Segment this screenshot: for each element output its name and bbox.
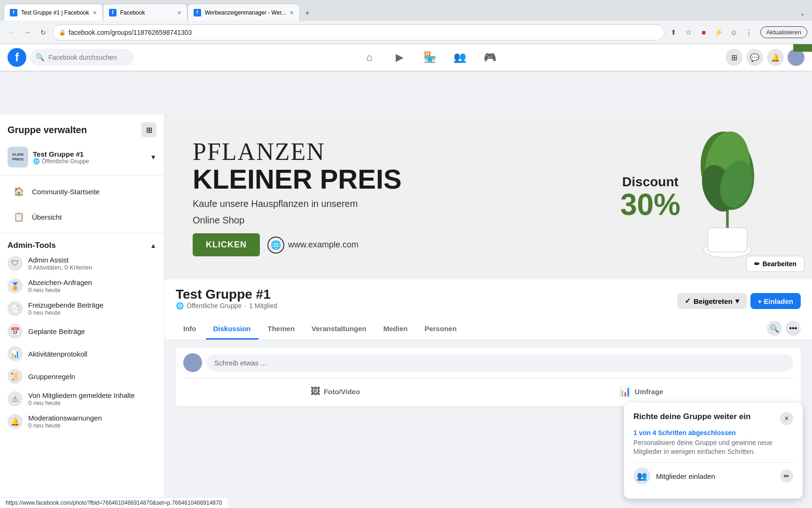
cover-desc-2: Online Shop <box>193 215 601 226</box>
profile-icon[interactable]: ☺ <box>727 26 741 39</box>
nav-home[interactable]: ⌂ <box>356 46 383 69</box>
tab-1[interactable]: f Test Gruppe #1 | Facebook × <box>4 4 103 21</box>
nav-marketplace[interactable]: 🏪 <box>416 46 443 69</box>
tab-close-2[interactable]: × <box>178 9 181 16</box>
extension-red-icon[interactable]: ■ <box>697 26 710 39</box>
sidebar-aktivitaet[interactable]: 📊 Aktivitätenprotokoll <box>0 342 164 365</box>
group-title-actions: ✓ Beigetreten ▾ + Einladen <box>677 293 801 309</box>
umfrage-label: Umfrage <box>635 388 664 396</box>
cover-image: PFLANZEN KLEINER PREIS Kaufe unsere Haus… <box>164 115 812 279</box>
abzeichen-count: 0 neu heute <box>28 286 156 294</box>
facebook-logo[interactable]: f <box>8 48 26 67</box>
moderations-info: Moderationswarnungen 0 neu heute <box>28 414 156 429</box>
grid-icon[interactable]: ⊞ <box>726 49 742 66</box>
aktivitaet-icon: 📊 <box>8 346 23 361</box>
more-tab-icon[interactable]: ••• <box>786 321 801 336</box>
nav-gaming[interactable]: 🎮 <box>476 46 503 69</box>
sidebar-abzeichen[interactable]: 🏅 Abzeichen-Anfragen 0 neu heute <box>0 275 164 297</box>
extensions-icon[interactable]: ⚡ <box>712 26 726 39</box>
admin-tools-toggle[interactable]: ▲ <box>150 242 156 249</box>
menu-icon[interactable]: ⋮ <box>742 26 756 39</box>
notifications-icon[interactable]: 🔔 <box>767 49 784 66</box>
beigetreten-label: Beigetreten <box>694 297 733 305</box>
status-bar: https://www.facebook.com/photo?fbid=7664… <box>0 497 227 508</box>
nav-groups[interactable]: 👥 <box>446 46 473 69</box>
sidebar-admin-icon[interactable]: ⊞ <box>141 122 156 137</box>
cover-text-area: PFLANZEN KLEINER PREIS Kaufe unsere Haus… <box>193 138 601 256</box>
abzeichen-label: Abzeichen-Anfragen <box>28 278 156 286</box>
setup-panel: Richte deine Gruppe weiter ein × 1 von 4… <box>624 403 803 499</box>
tab-info[interactable]: Info <box>176 319 204 340</box>
sidebar-dropdown-chevron[interactable]: ▼ <box>150 153 156 161</box>
admin-assist-icon: 🛡 <box>8 256 23 271</box>
setup-close-button[interactable]: × <box>780 412 793 425</box>
sidebar-gruppenregeln[interactable]: 📜 Gruppenregeln <box>0 365 164 388</box>
browser-toolbar: ← → ↻ 🔒 ⬆ ☆ ■ ⚡ ☺ ⋮ Aktualisieren <box>0 21 812 44</box>
globe-group-icon: 🌐 <box>176 302 184 310</box>
tab-3[interactable]: f Werbeanzeigenmanager - Wer... × <box>187 4 300 21</box>
gemeldete-icon: ⚠ <box>8 391 23 406</box>
sidebar-geplante[interactable]: 📅 Geplante Beiträge <box>0 320 164 342</box>
sidebar-nav-community[interactable]: 🏠 Community-Startseite <box>4 179 160 204</box>
tab-diskussion[interactable]: Diskussion <box>206 319 258 340</box>
tab-medien[interactable]: Medien <box>376 319 415 340</box>
toolbar-icons: ⬆ ☆ ■ ⚡ ☺ ⋮ <box>667 26 756 39</box>
search-input[interactable] <box>48 54 128 61</box>
sidebar-group-item[interactable]: KLEINPREIS Test Gruppe #1 🌐 Öffentliche … <box>0 143 164 171</box>
reload-button[interactable]: ↻ <box>37 26 50 39</box>
messenger-icon[interactable]: 💬 <box>746 49 763 66</box>
freigabe-info: Freizugebende Beiträge 0 neu heute <box>28 301 156 316</box>
address-bar[interactable]: 🔒 <box>53 24 664 40</box>
cover-btn-row: KLICKEN 🌐 www.example.com <box>193 233 601 256</box>
umfrage-button[interactable]: 📊 Umfrage <box>489 382 793 401</box>
umfrage-icon: 📊 <box>619 386 631 397</box>
tab-personen[interactable]: Personen <box>417 319 464 340</box>
tab-themen[interactable]: Themen <box>260 319 303 340</box>
browser-chrome: f Test Gruppe #1 | Facebook × f Facebook… <box>0 0 812 44</box>
klicken-button[interactable]: KLICKEN <box>193 233 260 256</box>
tab-2[interactable]: f Facebook × <box>103 4 187 21</box>
group-type: Öffentliche Gruppe <box>187 302 242 310</box>
tab-title-3: Werbeanzeigenmanager - Wer... <box>205 9 286 16</box>
share-icon[interactable]: ⬆ <box>667 26 680 39</box>
sidebar-admin-assist[interactable]: 🛡 Admin Assist 0 Aktivitäten, 0 Kriterie… <box>0 252 164 275</box>
einladen-button[interactable]: + Einladen <box>750 293 801 309</box>
address-input[interactable] <box>69 29 658 36</box>
sidebar-nav-overview[interactable]: 📋 Übersicht <box>4 205 160 229</box>
setup-members-icon: 👥 <box>633 468 650 484</box>
bookmark-icon[interactable]: ☆ <box>682 26 695 39</box>
sidebar-group-name: Test Gruppe #1 <box>33 150 145 158</box>
beigetreten-button[interactable]: ✓ Beigetreten ▾ <box>677 293 747 309</box>
search-bar[interactable]: 🔍 <box>30 49 133 66</box>
tab-close-3[interactable]: × <box>290 9 294 16</box>
nav-video[interactable]: ▶ <box>386 46 413 69</box>
gruppenregeln-icon: 📜 <box>8 369 23 384</box>
aktualisieren-button[interactable]: Aktualisieren <box>760 26 807 38</box>
search-tab-icon[interactable]: 🔍 <box>767 321 782 336</box>
setup-title: Richte deine Gruppe weiter ein <box>633 412 750 421</box>
tab-close-1[interactable]: × <box>93 9 97 16</box>
einladen-label: + Einladen <box>758 297 793 305</box>
lock-icon: 🔒 <box>59 29 66 36</box>
back-button[interactable]: ← <box>5 26 18 39</box>
new-tab-button[interactable]: + <box>300 6 315 21</box>
tab-dropdown[interactable]: ⌄ <box>797 6 808 21</box>
foto-video-button[interactable]: 🖼 Foto/Video <box>183 382 487 401</box>
setup-edit-button[interactable]: ✏ <box>780 469 793 483</box>
globe-icon: 🌐 <box>267 237 284 254</box>
freigabe-count: 0 neu heute <box>28 309 156 316</box>
tab-veranstaltungen[interactable]: Veranstaltungen <box>304 319 374 340</box>
green-badge <box>793 44 812 52</box>
forward-button[interactable]: → <box>21 26 34 39</box>
sidebar-gemeldete[interactable]: ⚠ Von Mitgliedern gemeldete Inhalte 0 ne… <box>0 388 164 410</box>
group-name-text: Test Gruppe #1 <box>176 287 277 302</box>
tab-favicon-2: f <box>109 9 117 16</box>
sidebar-freigabe[interactable]: 📄 Freizugebende Beiträge 0 neu heute <box>0 297 164 320</box>
group-members: 1 Mitglied <box>249 302 277 310</box>
cover-website: 🌐 www.example.com <box>267 237 359 254</box>
geplante-info: Geplante Beiträge <box>28 327 156 335</box>
admin-tools-title: Admin-Tools <box>8 241 56 250</box>
cover-edit-button[interactable]: ✏ Bearbeiten <box>746 256 804 272</box>
post-input[interactable]: Schreib etwas ... <box>207 354 793 372</box>
sidebar-moderations[interactable]: 🔔 Moderationswarnungen 0 neu heute <box>0 410 164 433</box>
